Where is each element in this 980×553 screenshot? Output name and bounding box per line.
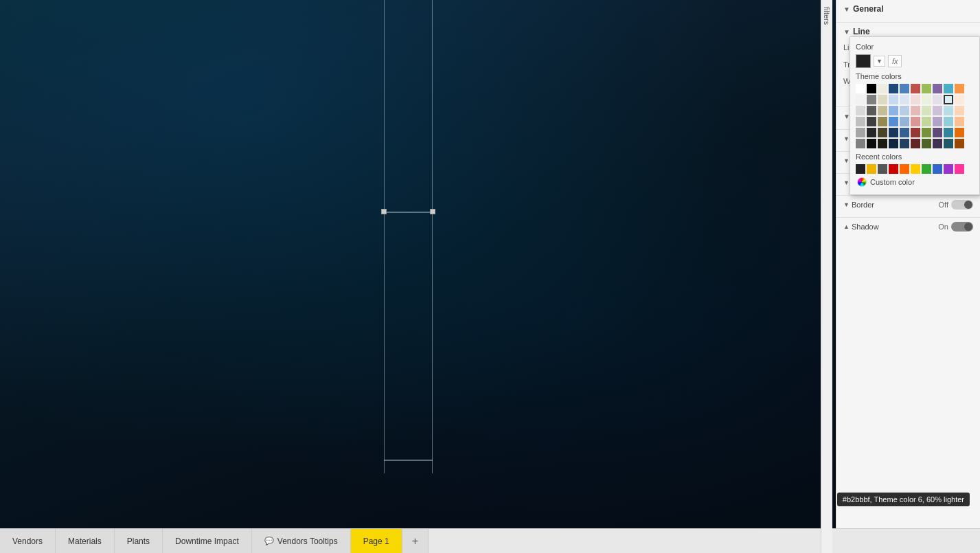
recent-color-7[interactable] [933, 164, 942, 174]
theme-color-5-2[interactable] [878, 139, 887, 148]
theme-color-5-0[interactable] [856, 139, 865, 148]
border-section: ▼ Border Off [836, 196, 980, 218]
theme-color-2-9[interactable] [955, 106, 964, 115]
theme-color-2-6[interactable] [922, 106, 931, 115]
right-panel: ▼ General ▼ Line Line color ▼ Transparen… [836, 0, 980, 528]
recent-color-4[interactable] [900, 164, 909, 174]
theme-color-1-2[interactable] [878, 95, 887, 104]
shadow-section: ▲ Shadow On Color ▼ fx Theme [836, 218, 980, 236]
theme-color-2-2[interactable] [878, 106, 887, 115]
recent-color-3[interactable] [889, 164, 898, 174]
theme-color-1-9[interactable] [955, 95, 964, 104]
recent-color-2[interactable] [878, 164, 887, 174]
theme-color-3-2[interactable] [878, 117, 887, 126]
color-picker-dropdown-icon[interactable]: ▼ [874, 56, 885, 67]
theme-color-2-4[interactable] [900, 106, 909, 115]
theme-color-2-3[interactable] [889, 106, 898, 115]
theme-color-3-5[interactable] [911, 117, 920, 126]
theme-color-1-3[interactable] [889, 95, 898, 104]
general-label: General [853, 4, 884, 14]
canvas-connector-2 [384, 460, 433, 461]
line-section-header[interactable]: ▼ Line [843, 27, 973, 36]
selection-handle-2[interactable] [430, 209, 435, 214]
theme-color-3-7[interactable] [933, 117, 942, 126]
add-tab-button[interactable]: + [402, 529, 429, 553]
theme-color-5-7[interactable] [933, 139, 942, 148]
tab-label: Materials [68, 537, 102, 546]
theme-color-1-7[interactable] [933, 95, 942, 104]
theme-color-1-6[interactable] [922, 95, 931, 104]
theme-color-1-1[interactable] [867, 95, 876, 104]
theme-color-1-4[interactable] [900, 95, 909, 104]
color-picker-swatch[interactable] [856, 54, 871, 68]
theme-color-0-0[interactable] [856, 84, 865, 93]
border-toggle[interactable] [951, 200, 973, 210]
canvas [0, 0, 836, 528]
theme-color-0-8[interactable] [944, 84, 953, 93]
theme-color-2-8[interactable] [944, 106, 953, 115]
recent-color-9[interactable] [955, 164, 964, 174]
general-chevron-icon: ▼ [843, 5, 850, 13]
theme-color-2-1[interactable] [867, 106, 876, 115]
shadow-toggle[interactable] [951, 222, 973, 232]
theme-color-0-3[interactable] [889, 84, 898, 93]
theme-color-4-0[interactable] [856, 128, 865, 137]
theme-color-3-3[interactable] [889, 117, 898, 126]
tab-vendors-tooltips[interactable]: 💬Vendors Tooltips [252, 529, 351, 553]
theme-color-1-5[interactable] [911, 95, 920, 104]
fx-button[interactable]: fx [888, 55, 902, 67]
theme-color-0-5[interactable] [911, 84, 920, 93]
theme-color-5-3[interactable] [889, 139, 898, 148]
theme-color-3-1[interactable] [867, 117, 876, 126]
theme-color-grid [856, 84, 974, 148]
theme-color-2-5[interactable] [911, 106, 920, 115]
theme-color-5-9[interactable] [955, 139, 964, 148]
theme-color-0-6[interactable] [922, 84, 931, 93]
recent-color-0[interactable] [856, 164, 865, 174]
theme-color-0-4[interactable] [900, 84, 909, 93]
theme-color-0-2[interactable] [878, 84, 887, 93]
theme-color-4-2[interactable] [878, 128, 887, 137]
theme-color-2-7[interactable] [933, 106, 942, 115]
theme-color-4-7[interactable] [933, 128, 942, 137]
line-label: Line [853, 27, 870, 36]
theme-color-3-6[interactable] [922, 117, 931, 126]
theme-color-4-5[interactable] [911, 128, 920, 137]
theme-color-5-4[interactable] [900, 139, 909, 148]
tab-page-1[interactable]: Page 1 [351, 529, 402, 553]
theme-color-5-1[interactable] [867, 139, 876, 148]
theme-color-1-0[interactable] [856, 95, 865, 104]
border-toggle-row: ▼ Border Off [843, 200, 973, 210]
selection-handle-1[interactable] [381, 209, 387, 214]
theme-color-3-9[interactable] [955, 117, 964, 126]
theme-color-1-8[interactable] [944, 95, 953, 104]
theme-color-5-8[interactable] [944, 139, 953, 148]
theme-color-4-8[interactable] [944, 128, 953, 137]
custom-color-button[interactable]: Custom color [856, 175, 974, 189]
theme-color-3-0[interactable] [856, 117, 865, 126]
theme-color-4-6[interactable] [922, 128, 931, 137]
tab-materials[interactable]: Materials [56, 529, 115, 553]
theme-color-4-1[interactable] [867, 128, 876, 137]
shadow-chevron-icon: ▲ [843, 223, 850, 230]
recent-color-6[interactable] [922, 164, 931, 174]
recent-color-1[interactable] [867, 164, 876, 174]
tab-vendors[interactable]: Vendors [0, 529, 56, 553]
theme-color-0-1[interactable] [867, 84, 876, 93]
theme-color-4-4[interactable] [900, 128, 909, 137]
tab-plants[interactable]: Plants [115, 529, 163, 553]
theme-color-0-7[interactable] [933, 84, 942, 93]
theme-color-4-3[interactable] [889, 128, 898, 137]
theme-color-5-6[interactable] [922, 139, 931, 148]
theme-color-3-4[interactable] [900, 117, 909, 126]
tab-downtime-impact[interactable]: Downtime Impact [163, 529, 252, 553]
recent-color-5[interactable] [911, 164, 920, 174]
theme-color-4-9[interactable] [955, 128, 964, 137]
theme-color-3-8[interactable] [944, 117, 953, 126]
recent-color-8[interactable] [944, 164, 953, 174]
title-chevron-icon: ▼ [843, 135, 850, 142]
theme-color-5-5[interactable] [911, 139, 920, 148]
theme-color-0-9[interactable] [955, 84, 964, 93]
theme-color-2-0[interactable] [856, 106, 865, 115]
general-section-header[interactable]: ▼ General [843, 4, 973, 14]
